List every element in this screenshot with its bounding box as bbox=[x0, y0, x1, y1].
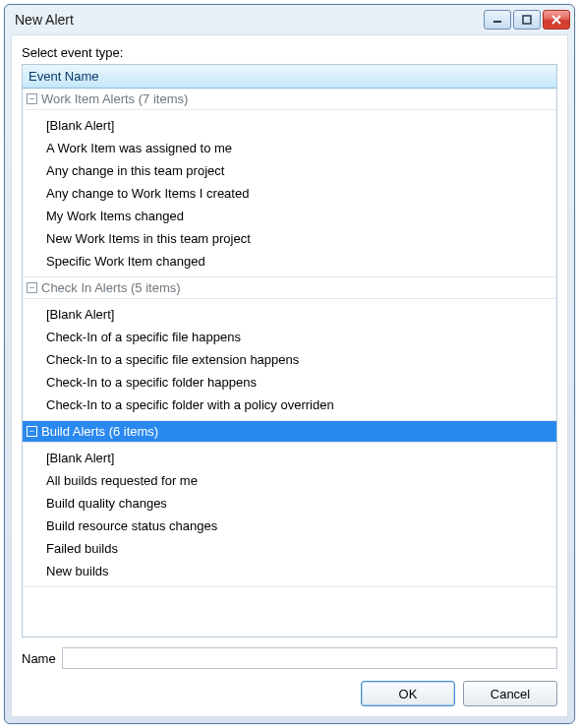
cancel-button[interactable]: Cancel bbox=[463, 681, 557, 706]
dialog-content: Select event type: Event Name −Work Item… bbox=[11, 34, 568, 717]
button-row: OK Cancel bbox=[22, 681, 557, 706]
list-item[interactable]: My Work Items changed bbox=[23, 205, 556, 227]
list-item[interactable]: Any change to Work Items I created bbox=[23, 182, 556, 205]
minimize-icon bbox=[492, 15, 502, 25]
list-item[interactable]: Build resource status changes bbox=[23, 515, 556, 537]
list-item[interactable]: Check-In of a specific file happens bbox=[23, 326, 556, 348]
list-item[interactable]: A Work Item was assigned to me bbox=[23, 137, 556, 159]
title-bar: New Alert bbox=[5, 5, 574, 34]
list-item[interactable]: Specific Work Item changed bbox=[23, 250, 556, 273]
name-input[interactable] bbox=[62, 647, 557, 669]
collapse-icon[interactable]: − bbox=[27, 426, 37, 437]
dialog-window: New Alert Select event type: Event Name … bbox=[4, 4, 575, 724]
list-item[interactable]: Check-In to a specific file extension ha… bbox=[23, 348, 556, 371]
list-item[interactable]: [Blank Alert] bbox=[23, 114, 556, 137]
group-header[interactable]: −Build Alerts (6 items) bbox=[23, 421, 556, 443]
list-item[interactable]: Build quality changes bbox=[23, 492, 556, 515]
group-label: Check In Alerts (5 items) bbox=[41, 280, 181, 295]
close-button[interactable] bbox=[543, 10, 570, 30]
group-items: [Blank Alert]Check-In of a specific file… bbox=[23, 299, 556, 421]
list-item[interactable]: New Work Items in this team project bbox=[23, 227, 556, 250]
list-item[interactable]: Failed builds bbox=[23, 537, 556, 560]
maximize-button[interactable] bbox=[513, 10, 541, 30]
group-label: Work Item Alerts (7 items) bbox=[41, 91, 188, 106]
group-items: [Blank Alert]A Work Item was assigned to… bbox=[23, 110, 556, 277]
group-items: [Blank Alert]All builds requested for me… bbox=[23, 443, 556, 587]
list-body: −Work Item Alerts (7 items)[Blank Alert]… bbox=[23, 89, 556, 637]
group-header[interactable]: −Work Item Alerts (7 items) bbox=[23, 89, 556, 110]
list-item[interactable]: [Blank Alert] bbox=[23, 447, 556, 469]
window-title: New Alert bbox=[15, 12, 482, 28]
list-item[interactable]: Check-In to a specific folder with a pol… bbox=[23, 394, 556, 416]
list-item[interactable]: New builds bbox=[23, 560, 556, 582]
close-icon bbox=[551, 15, 561, 25]
list-item[interactable]: Check-In to a specific folder happens bbox=[23, 371, 556, 394]
collapse-icon[interactable]: − bbox=[27, 93, 37, 104]
list-item[interactable]: All builds requested for me bbox=[23, 469, 556, 492]
minimize-button[interactable] bbox=[484, 10, 511, 30]
list-item[interactable]: Any change in this team project bbox=[23, 159, 556, 182]
svg-rect-1 bbox=[523, 16, 531, 24]
group-label: Build Alerts (6 items) bbox=[41, 424, 158, 439]
list-column-header[interactable]: Event Name bbox=[23, 65, 556, 89]
maximize-icon bbox=[522, 15, 532, 25]
name-row: Name bbox=[22, 647, 557, 669]
event-type-list: Event Name −Work Item Alerts (7 items)[B… bbox=[22, 64, 557, 637]
prompt-label: Select event type: bbox=[22, 45, 557, 60]
ok-button[interactable]: OK bbox=[361, 681, 455, 706]
name-label: Name bbox=[22, 651, 56, 666]
collapse-icon[interactable]: − bbox=[27, 282, 37, 293]
group-header[interactable]: −Check In Alerts (5 items) bbox=[23, 277, 556, 299]
list-item[interactable]: [Blank Alert] bbox=[23, 303, 556, 326]
